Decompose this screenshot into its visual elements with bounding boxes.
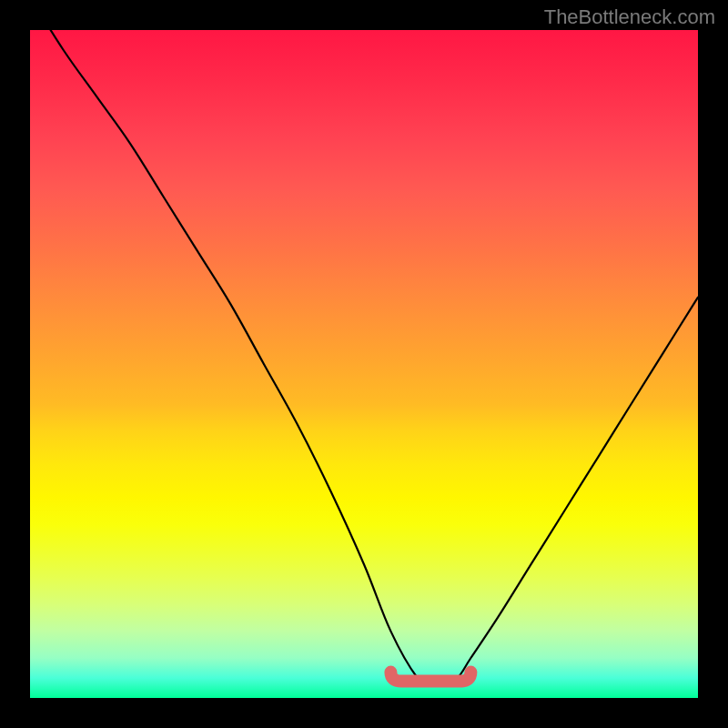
chart-svg bbox=[30, 30, 698, 698]
minimum-highlight bbox=[390, 672, 470, 682]
watermark-text: TheBottleneck.com bbox=[544, 5, 715, 29]
chart-background-gradient bbox=[30, 30, 698, 698]
bottleneck-curve bbox=[30, 30, 698, 685]
